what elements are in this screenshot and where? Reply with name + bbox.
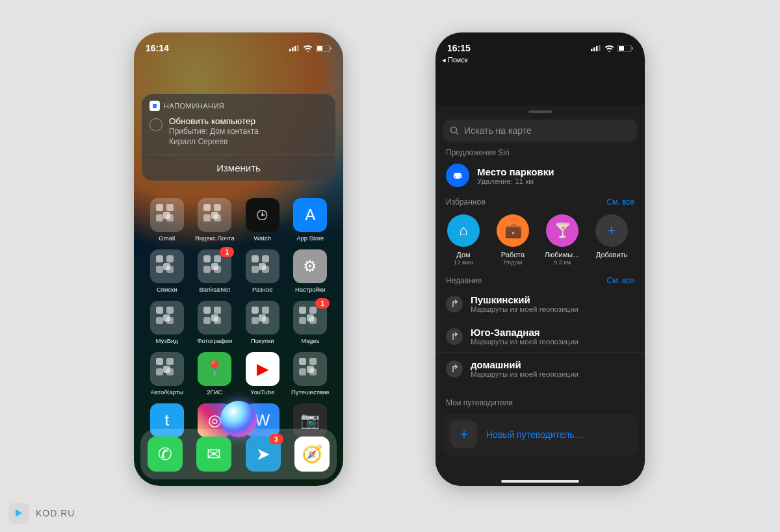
dock-safari[interactable]: 🧭 [294, 437, 330, 472]
favorite-Дом[interactable]: ⌂Дом12 мин [446, 214, 481, 266]
favorite-label: Работа [501, 251, 525, 259]
route-icon: ↱ [446, 296, 463, 312]
app-icon [246, 301, 280, 335]
watermark-logo-icon [8, 503, 29, 524]
app-label: МузВид [156, 337, 178, 344]
dock-telegram[interactable]: ➤3 [246, 437, 281, 472]
svg-rect-6 [330, 47, 332, 49]
sheet-grabber[interactable] [528, 110, 552, 113]
app-разное[interactable]: Разное [239, 249, 287, 293]
app-музвид[interactable]: МузВид [143, 301, 191, 344]
recent-item[interactable]: ↱Юго-ЗападнаяМаршруты из моей геопозиции [436, 320, 645, 353]
app-label: Покупки [251, 337, 274, 344]
recent-item[interactable]: ↱домашнийМаршруты из моей геопозиции [436, 353, 645, 385]
app-grid: GmailЯндекс.Почта⌚︎WatchAApp StoreСписки… [134, 198, 343, 411]
app-icon [150, 352, 184, 386]
app-icon [150, 301, 184, 335]
home-indicator[interactable] [501, 480, 579, 483]
app-icon: 1 [198, 249, 231, 283]
reminders-app-icon [150, 101, 160, 111]
app-авто/карты[interactable]: Авто/Карты [143, 352, 191, 396]
signal-icon [289, 45, 300, 51]
app-icon [198, 301, 231, 335]
reminder-checkbox[interactable] [150, 118, 162, 131]
status-time: 16:15 [447, 43, 471, 53]
app-label: Gmail [159, 234, 175, 242]
app-icon: A [293, 198, 327, 232]
reminder-title: Обновить компьютер [169, 116, 259, 126]
app-msges[interactable]: 1Msges [287, 301, 335, 344]
status-time: 16:14 [146, 43, 169, 53]
favorite-label: Добавить [596, 251, 628, 259]
signal-icon [591, 45, 601, 51]
recent-title: Юго-Западная [471, 327, 578, 338]
route-icon: ↱ [446, 361, 463, 377]
app-app store[interactable]: AApp Store [287, 198, 335, 242]
app-label: Фотография [197, 337, 232, 344]
app-watch[interactable]: ⌚︎Watch [239, 198, 287, 242]
favorite-Работа[interactable]: 💼РаботаРядом [495, 214, 530, 266]
favorite-detail: 12 мин [454, 259, 473, 266]
app-icon [150, 249, 184, 283]
favorite-icon: 💼 [497, 214, 529, 247]
parked-car-item[interactable]: Место парковки Удаление: 11 км [436, 157, 645, 187]
favorite-Добавить[interactable]: +Добавить [594, 214, 629, 266]
search-placeholder: Искать на карте [464, 125, 532, 136]
favorite-Любимы…[interactable]: 🍸Любимы…9,3 км [545, 214, 580, 266]
svg-rect-9 [596, 46, 598, 51]
reminder-notification[interactable]: НАПОМИНАНИЯ Обновить компьютер Прибытие:… [142, 94, 335, 181]
app-label: Списки [157, 286, 177, 293]
app-gmail[interactable]: Gmail [143, 198, 191, 242]
app-label: Msges [301, 337, 319, 344]
app-banks&net[interactable]: 1Banks&Net [191, 249, 239, 293]
dock-phone[interactable]: ✆ [148, 437, 183, 472]
status-bar: 16:14 [134, 32, 343, 61]
battery-icon [316, 45, 332, 52]
app-label: Путешествие [291, 388, 330, 396]
app-label: Яндекс.Почта [195, 234, 235, 242]
dock-messages[interactable]: ✉︎ [196, 437, 231, 472]
map-search-field[interactable]: Искать на карте [443, 120, 637, 142]
reminder-detail-1: Прибытие: Дом контакта [169, 126, 259, 136]
app-путешествие[interactable]: Путешествие [287, 352, 335, 396]
svg-point-14 [451, 127, 457, 133]
app-icon: 📍 [198, 352, 231, 386]
svg-rect-13 [632, 47, 633, 49]
siri-suggestions-header: Предложения Siri [446, 148, 510, 157]
app-label: Настройки [295, 286, 326, 293]
app-яндекс.почта[interactable]: Яндекс.Почта [191, 198, 239, 242]
favorite-icon: ⌂ [447, 214, 480, 247]
favorite-icon: + [595, 214, 628, 247]
phone-maps-screen: 16:15 ◂ Поиск Искать на карте Предложени… [436, 32, 645, 486]
app-покупки[interactable]: Покупки [239, 301, 287, 344]
recent-title: домашний [471, 359, 578, 370]
recent-item[interactable]: ↱ПушкинскийМаршруты из моей геопозиции [436, 288, 645, 320]
app-настройки[interactable]: ⚙︎Настройки [287, 249, 335, 293]
app-youtube[interactable]: ▶YouTube [239, 352, 287, 396]
svg-point-16 [455, 177, 456, 178]
parking-distance: Удаление: 11 км [477, 177, 554, 185]
edit-button[interactable]: Изменить [142, 155, 335, 181]
app-2гис[interactable]: 📍2ГИС [191, 352, 239, 396]
svg-rect-7 [591, 49, 593, 51]
app-фотография[interactable]: Фотография [191, 301, 239, 344]
car-icon [446, 164, 469, 187]
favorites-see-all-link[interactable]: См. все [607, 197, 635, 207]
app-icon [246, 249, 280, 283]
svg-point-17 [460, 177, 461, 178]
guides-header: Мои путеводители [446, 398, 513, 407]
recents-see-all-link[interactable]: См. все [607, 276, 635, 285]
back-to-search-link[interactable]: ◂ Поиск [442, 56, 468, 64]
svg-line-15 [456, 133, 458, 134]
siri-orb[interactable] [220, 401, 257, 437]
app-списки[interactable]: Списки [143, 249, 191, 293]
app-icon: ⚙︎ [293, 249, 327, 283]
new-guide-button[interactable]: + Новый путеводитель… [443, 414, 637, 455]
favorite-label: Любимы… [545, 251, 580, 259]
new-guide-label: Новый путеводитель… [486, 429, 584, 440]
wifi-icon [604, 45, 614, 52]
parking-title: Место парковки [477, 166, 554, 177]
maps-sheet: Искать на карте Предложения Siri Место п… [436, 105, 645, 486]
reminder-detail-2: Кирилл Сергеев [169, 136, 259, 147]
recent-sub: Маршруты из моей геопозиции [471, 370, 578, 378]
